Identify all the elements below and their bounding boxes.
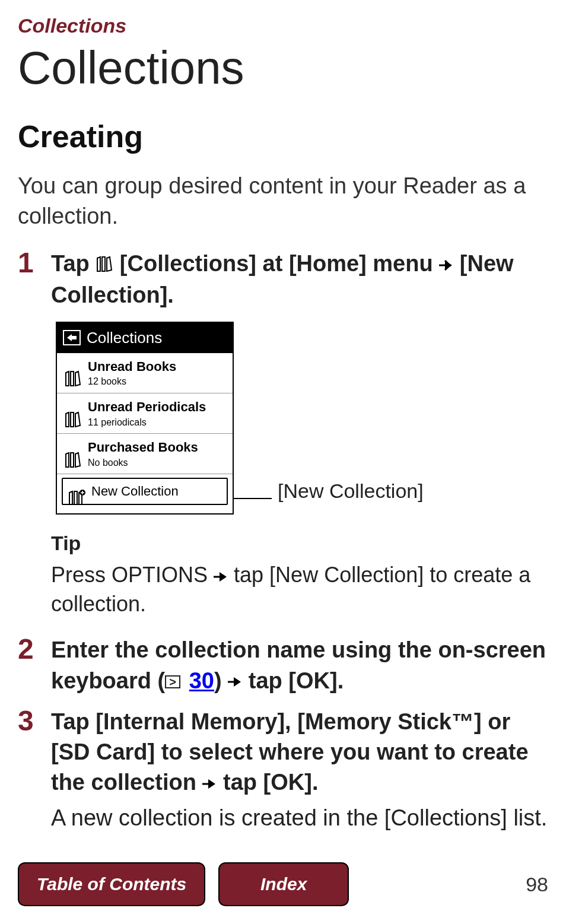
step3-result: A new collection is created in the [Coll…: [51, 803, 548, 833]
arrow-icon: [202, 778, 217, 790]
page-ref-icon: [165, 675, 180, 688]
screenshot-callout-wrap: Collections Unread Books 12 books: [56, 322, 548, 515]
back-icon: [63, 330, 81, 345]
list-item: Purchased Books No books: [57, 434, 233, 474]
step-number: 3: [18, 707, 38, 833]
row-title: Unread Periodicals: [88, 398, 206, 416]
screenshot-title: Collections: [87, 328, 162, 348]
books-icon: [64, 405, 82, 422]
arrow-icon: [439, 259, 453, 271]
page-ref-link[interactable]: 30: [189, 668, 214, 693]
step2-post: tap [OK].: [249, 668, 344, 693]
tip-block: Tip Press OPTIONS tap [New Collection] t…: [51, 530, 548, 618]
step-2: 2 Enter the collection name using the on…: [18, 635, 548, 696]
tip-title: Tip: [51, 530, 548, 557]
step1-collections-label: [Collections] at [Home] menu: [120, 251, 439, 276]
collections-icon: [96, 250, 113, 280]
screenshot-header: Collections: [57, 323, 233, 353]
arrow-icon: [228, 676, 242, 688]
breadcrumb: Collections: [18, 14, 548, 37]
callout-line: [233, 498, 272, 499]
new-collection-label: New Collection: [91, 482, 179, 500]
books-icon: [64, 364, 82, 381]
row-sub: No books: [88, 456, 198, 469]
step2-mid: ): [214, 668, 228, 693]
row-sub: 11 periodicals: [88, 416, 206, 429]
callout-label: [New Collection]: [278, 478, 424, 505]
step-3: 3 Tap [Internal Memory], [Memory Stick™]…: [18, 707, 548, 833]
index-button[interactable]: Index: [218, 862, 349, 906]
arrow-icon: [214, 571, 228, 583]
intro-text: You can group desired content in your Re…: [18, 171, 548, 232]
step1-pre: Tap: [51, 251, 96, 276]
section-heading: Creating: [18, 119, 548, 154]
row-title: Unread Books: [88, 358, 176, 376]
books-plus-icon: [68, 483, 85, 500]
step-1: 1 Tap [Collections] at [Home] menu [New …: [18, 249, 548, 625]
row-sub: 12 books: [88, 375, 176, 388]
tip-pre: Press OPTIONS: [51, 563, 214, 587]
steps-list: 1 Tap [Collections] at [Home] menu [New …: [18, 249, 548, 833]
list-item: Unread Books 12 books: [57, 353, 233, 393]
step-number: 1: [18, 249, 38, 625]
books-icon: [64, 446, 82, 462]
footer: Table of Contents Index 98: [18, 862, 548, 906]
new-collection-item: New Collection: [62, 478, 228, 505]
list-item: Unread Periodicals 11 periodicals: [57, 393, 233, 434]
page: Collections Collections Creating You can…: [0, 0, 566, 924]
page-title: Collections: [18, 41, 548, 95]
step3-post: tap [OK].: [223, 770, 318, 795]
step-number: 2: [18, 635, 38, 696]
collections-screenshot: Collections Unread Books 12 books: [56, 322, 234, 515]
page-number: 98: [526, 873, 548, 896]
toc-button[interactable]: Table of Contents: [18, 862, 205, 906]
row-title: Purchased Books: [88, 439, 198, 456]
